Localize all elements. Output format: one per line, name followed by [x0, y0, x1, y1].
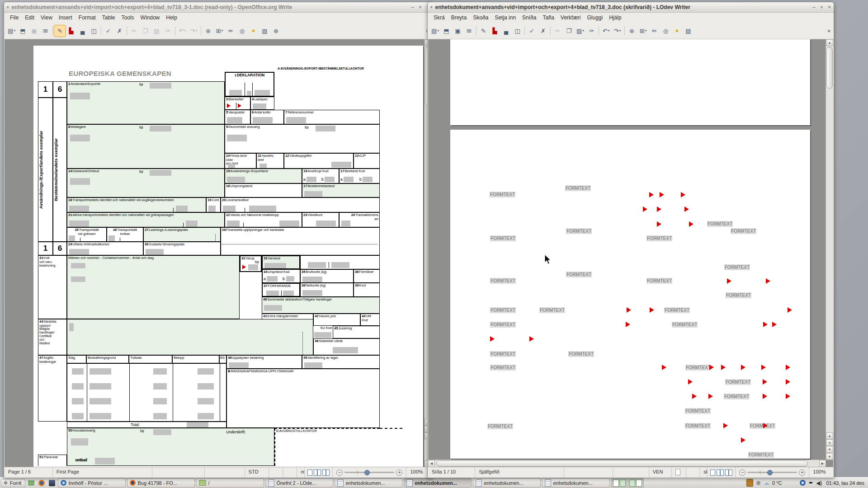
- export-pdf-icon[interactable]: ▙: [66, 25, 77, 37]
- open-icon[interactable]: ⬒: [17, 25, 28, 37]
- formtext-field[interactable]: FORMTEXT: [490, 235, 516, 241]
- page-preview-icon[interactable]: ◫: [88, 25, 99, 37]
- book-view-icon[interactable]: [322, 469, 330, 476]
- edit-file-icon[interactable]: ✎: [54, 25, 66, 37]
- workspace-pager[interactable]: [611, 478, 644, 488]
- formtext-field[interactable]: FORMTEXT: [664, 307, 690, 313]
- single-page-icon[interactable]: [710, 469, 715, 476]
- draw-functions-icon[interactable]: ✏: [649, 25, 660, 37]
- pager-window[interactable]: [636, 479, 642, 487]
- page-indicator[interactable]: Síða 1 / 10: [428, 467, 475, 478]
- menu-gluggi[interactable]: Gluggi: [584, 14, 606, 22]
- right-titlebar[interactable]: ▾ enhetsdokument+anvands+vid+import+och+…: [428, 2, 834, 13]
- zoom-level[interactable]: 100%: [809, 467, 833, 478]
- formtext-field[interactable]: FORMTEXT: [490, 351, 516, 357]
- taskbar-button[interactable]: enhetsdokumen...: [335, 478, 402, 488]
- scroll-up-icon[interactable]: ▲: [826, 39, 833, 46]
- menu-help[interactable]: Help: [163, 14, 180, 22]
- clock[interactable]: 01:43, lau 24 des: [826, 480, 867, 486]
- view-layout-buttons[interactable]: [305, 467, 333, 478]
- formtext-field[interactable]: FORMTEXT: [490, 322, 516, 328]
- spellcheck-icon[interactable]: ✓: [526, 25, 538, 37]
- left-titlebar[interactable]: ▾ enhetsdokument+anvands+vid+import+och+…: [4, 2, 432, 13]
- auto-spellcheck-icon[interactable]: ✗: [538, 25, 549, 37]
- prev-page-icon[interactable]: ▲: [826, 432, 833, 439]
- print-icon[interactable]: ▄: [500, 25, 512, 37]
- save-icon[interactable]: ▣: [28, 25, 40, 37]
- draw-functions-icon[interactable]: ✏: [225, 25, 236, 37]
- temperature-label[interactable]: 0 °C: [772, 480, 782, 486]
- redo-icon[interactable]: ↷▾: [612, 25, 623, 37]
- new-document-icon[interactable]: ▤▾: [6, 25, 17, 37]
- email-icon[interactable]: ✉: [40, 25, 51, 37]
- copy-icon[interactable]: ❐: [563, 25, 575, 37]
- menu-view[interactable]: View: [38, 14, 56, 22]
- cut-icon[interactable]: ✂: [552, 25, 563, 37]
- formtext-field[interactable]: FORMTEXT: [750, 423, 775, 429]
- window-menu-icon[interactable]: ▾: [7, 5, 9, 9]
- formtext-field[interactable]: FORMTEXT: [685, 365, 711, 371]
- formtext-field[interactable]: FORMTEXT: [646, 278, 672, 284]
- minimize-button[interactable]: –: [812, 3, 816, 12]
- zoom-knob[interactable]: [364, 470, 370, 475]
- new-document-icon[interactable]: ▤▾: [429, 25, 441, 37]
- menu-verkfæri[interactable]: Verkfæri: [557, 14, 584, 22]
- pager-window[interactable]: [613, 479, 619, 487]
- minimize-button[interactable]: –: [411, 3, 414, 12]
- cut-icon[interactable]: ✂: [128, 25, 140, 37]
- table-icon[interactable]: ⊞▾: [214, 25, 225, 37]
- toolbar-overflow-icon[interactable]: »: [826, 28, 832, 34]
- formtext-field[interactable]: FORMTEXT: [726, 292, 751, 298]
- close-button[interactable]: ×: [828, 3, 831, 12]
- menu-insert[interactable]: Insert: [56, 14, 75, 22]
- edit-file-icon[interactable]: ✎: [478, 25, 489, 37]
- formtext-field[interactable]: FORMTEXT: [566, 228, 592, 234]
- save-icon[interactable]: ▣: [452, 25, 463, 37]
- window-menu-icon[interactable]: ▾: [430, 5, 433, 9]
- formtext-field[interactable]: FORMTEXT: [731, 228, 756, 234]
- pager-window[interactable]: [629, 479, 635, 487]
- email-icon[interactable]: ✉: [463, 25, 475, 37]
- taskbar-button[interactable]: /: [196, 478, 264, 488]
- multi-page-icon[interactable]: [314, 469, 321, 476]
- right-page-current[interactable]: FORMTEXTFORMTEXTFORMTEXTFORMTEXTFORMTEXT…: [450, 130, 810, 459]
- single-page-icon[interactable]: [307, 469, 312, 476]
- menu-skrá[interactable]: Skrá: [430, 14, 448, 22]
- zoom-out-icon[interactable]: −: [739, 469, 745, 476]
- find-replace-icon[interactable]: ◎: [236, 25, 248, 37]
- format-paintbrush-icon[interactable]: ✑: [162, 25, 174, 37]
- formtext-field[interactable]: FORMTEXT: [748, 452, 774, 458]
- formtext-field[interactable]: FORMTEXT: [568, 351, 594, 357]
- zoom-slider[interactable]: − +: [333, 467, 406, 478]
- navigator-icon[interactable]: ✦: [671, 25, 683, 37]
- find-replace-icon[interactable]: ◎: [660, 25, 671, 37]
- formtext-field[interactable]: FORMTEXT: [565, 185, 591, 191]
- menu-edit[interactable]: Edit: [22, 14, 38, 22]
- nav-dot-icon[interactable]: ●: [826, 439, 833, 446]
- page-preview-icon[interactable]: ◫: [512, 25, 523, 37]
- right-scroll-thumb[interactable]: [826, 47, 833, 89]
- menu-setja-inn[interactable]: Setja inn: [491, 14, 519, 22]
- format-paintbrush-icon[interactable]: ✑: [586, 25, 597, 37]
- taskbar-button[interactable]: Bug 41798 - FO...: [127, 478, 195, 488]
- formtext-field[interactable]: FORMTEXT: [490, 307, 516, 313]
- right-vertical-scrollbar[interactable]: ▲ ▲ ● ▼ ▼: [826, 39, 833, 460]
- multi-page-icon[interactable]: [717, 469, 724, 476]
- selection-mode[interactable]: read-only : Section1: [297, 467, 305, 478]
- formtext-field[interactable]: FORMTEXT: [566, 272, 592, 277]
- redo-icon[interactable]: ↷▾: [188, 25, 199, 37]
- undo-icon[interactable]: ↶▾: [600, 25, 612, 37]
- maximize-button[interactable]: +: [419, 3, 422, 12]
- text-language[interactable]: VEN: [649, 467, 672, 478]
- formtext-field[interactable]: FORMTEXT: [725, 379, 751, 385]
- formtext-field[interactable]: FORMTEXT: [707, 221, 733, 227]
- taskbar-button[interactable]: enhetsdokumen...: [542, 478, 610, 488]
- shield-icon[interactable]: [800, 480, 806, 486]
- book-view-icon[interactable]: [725, 469, 732, 476]
- table-icon[interactable]: ⊞▾: [637, 25, 649, 37]
- copy-icon[interactable]: ❐: [140, 25, 151, 37]
- zoom-in-icon[interactable]: +: [799, 469, 805, 476]
- edit-mode[interactable]: skrifvarið: [700, 467, 708, 478]
- zoom-out-icon[interactable]: −: [336, 469, 343, 476]
- insert-mode[interactable]: STD: [245, 467, 269, 478]
